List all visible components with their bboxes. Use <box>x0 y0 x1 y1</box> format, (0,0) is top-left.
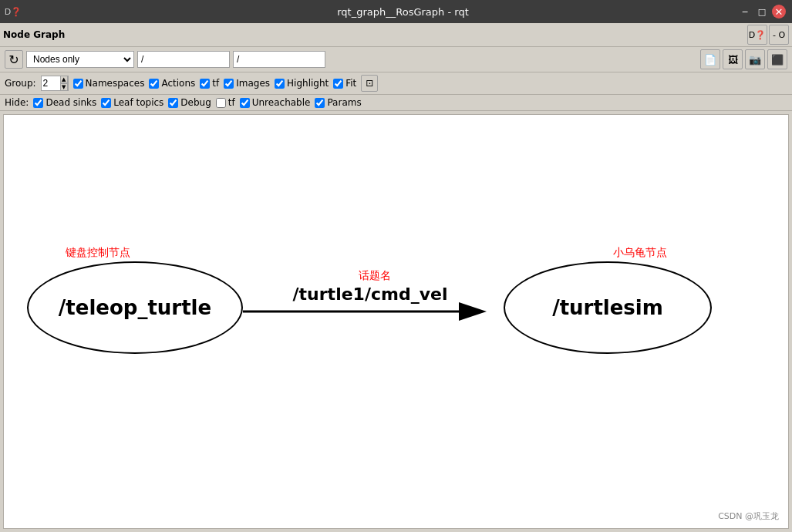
node-teleop-turtle-label: /teleop_turtle <box>59 296 211 319</box>
fit-label: Fit <box>345 78 356 89</box>
node-teleop-annotation: 键盘控制节点 <box>66 246 130 260</box>
namespaces-checkbox-group[interactable]: Namespaces <box>73 78 145 89</box>
graph-area[interactable]: /teleop_turtle 键盘控制节点 /turtlesim 小乌龟节点 话… <box>3 114 789 529</box>
params-label: Params <box>327 97 361 108</box>
params-group[interactable]: Params <box>315 97 361 108</box>
leaf-topics-label: Leaf topics <box>113 97 163 108</box>
refresh-button[interactable]: ↻ <box>5 50 23 69</box>
images-checkbox[interactable] <box>224 79 234 89</box>
toolbar-row2: Group: ▲ ▼ Namespaces Actions tf Images … <box>0 72 792 95</box>
spinbox-down[interactable]: ▼ <box>60 83 68 91</box>
leaf-topics-group[interactable]: Leaf topics <box>101 97 163 108</box>
dead-sinks-checkbox[interactable] <box>33 98 43 108</box>
dead-sinks-group[interactable]: Dead sinks <box>33 97 96 108</box>
menubar: Node Graph D❓ - O <box>0 23 792 47</box>
dead-sinks-label: Dead sinks <box>45 97 96 108</box>
actions-checkbox[interactable] <box>149 79 159 89</box>
sync-icon-btn[interactable]: ⊡ <box>361 75 378 92</box>
tf2-checkbox-group[interactable]: tf <box>216 97 235 108</box>
unreachable-group[interactable]: Unreachable <box>240 97 311 108</box>
node-turtlesim-annotation: 小乌龟节点 <box>613 246 667 260</box>
black-icon-btn[interactable]: ⬛ <box>767 49 787 69</box>
highlight-label: Highlight <box>287 78 329 89</box>
namespaces-checkbox[interactable] <box>73 79 83 89</box>
menubar-icons: D❓ - O <box>747 25 789 45</box>
tf-checkbox[interactable] <box>200 79 210 89</box>
highlight-checkbox-group[interactable]: Highlight <box>275 78 329 89</box>
tf-checkbox-group[interactable]: tf <box>200 78 219 89</box>
unreachable-label: Unreachable <box>252 97 311 108</box>
namespaces-label: Namespaces <box>86 78 145 89</box>
restore-button[interactable]: □ <box>755 5 769 19</box>
group-spinbox[interactable]: ▲ ▼ <box>41 76 69 91</box>
images-label: Images <box>236 78 270 89</box>
help-icon-btn[interactable]: D❓ <box>747 25 767 45</box>
actions-checkbox-group[interactable]: Actions <box>149 78 195 89</box>
spinbox-arrows[interactable]: ▲ ▼ <box>60 76 68 91</box>
debug-group[interactable]: Debug <box>168 97 211 108</box>
params-checkbox[interactable] <box>315 98 325 108</box>
group-label: Group: <box>5 78 36 89</box>
toolbar-row1: ↻ Nodes only Nodes/Topics (all) Nodes/To… <box>0 47 792 72</box>
images-checkbox-group[interactable]: Images <box>224 78 270 89</box>
window-controls: ─ □ ✕ <box>738 5 786 19</box>
leaf-topics-checkbox[interactable] <box>101 98 111 108</box>
highlight-checkbox[interactable] <box>275 79 285 89</box>
screenshot-icon-btn[interactable]: 🖼 <box>723 49 743 69</box>
save-icon-btn[interactable]: 📄 <box>700 49 720 69</box>
debug-label: Debug <box>180 97 211 108</box>
titlebar: D❓ rqt_graph__RosGraph - rqt ─ □ ✕ <box>0 0 792 23</box>
option-icon-btn[interactable]: - O <box>769 25 789 45</box>
section-label: Node Graph <box>3 29 65 40</box>
help-btn[interactable]: D❓ <box>6 5 20 19</box>
view-mode-dropdown[interactable]: Nodes only Nodes/Topics (all) Nodes/Topi… <box>26 51 134 68</box>
node-teleop-turtle[interactable]: /teleop_turtle <box>27 261 243 354</box>
watermark: CSDN @巩玉龙 <box>718 510 779 522</box>
node-turtlesim[interactable]: /turtlesim <box>504 261 712 354</box>
debug-checkbox[interactable] <box>168 98 178 108</box>
filter-input-1[interactable] <box>137 51 230 68</box>
node-turtlesim-label: /turtlesim <box>552 296 663 319</box>
minimize-button[interactable]: ─ <box>738 5 752 19</box>
window-title: rqt_graph__RosGraph - rqt <box>68 6 738 18</box>
hide-label: Hide: <box>5 97 29 108</box>
unreachable-checkbox[interactable] <box>240 98 250 108</box>
filter-input-2[interactable] <box>233 51 325 68</box>
fit-checkbox[interactable] <box>333 79 343 89</box>
spinbox-up[interactable]: ▲ <box>60 76 68 83</box>
tf2-label: tf <box>228 97 235 108</box>
topic-label: /turtle1/cmd_vel <box>251 285 490 304</box>
actions-label: Actions <box>161 78 195 89</box>
close-button[interactable]: ✕ <box>772 5 786 19</box>
fit-checkbox-group[interactable]: Fit <box>333 78 356 89</box>
tf2-checkbox[interactable] <box>216 98 226 108</box>
topic-annotation: 话题名 <box>359 269 391 283</box>
camera-icon-btn[interactable]: 📷 <box>745 49 765 69</box>
main-window: Node Graph D❓ - O ↻ Nodes only Nodes/Top… <box>0 23 792 532</box>
tf-label: tf <box>212 78 219 89</box>
toolbar-row3: Hide: Dead sinks Leaf topics Debug tf Un… <box>0 95 792 111</box>
